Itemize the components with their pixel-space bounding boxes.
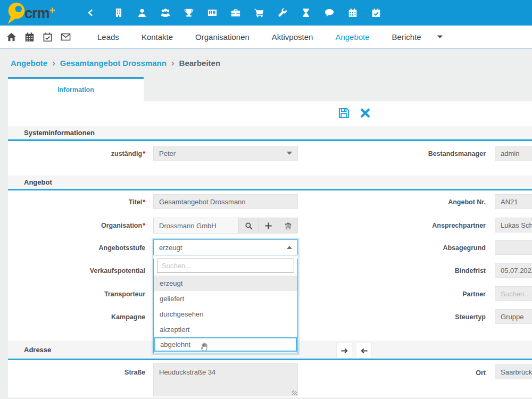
organisation-label: Organisation*	[8, 218, 145, 229]
steuertyp-input[interactable]	[495, 309, 532, 324]
menubar: Leads Kontakte Organisationen Aktivposte…	[0, 26, 532, 49]
partner-input[interactable]	[495, 286, 532, 301]
hand-cursor-icon	[200, 342, 209, 352]
ort-input[interactable]	[495, 364, 532, 379]
bindefrist-label: Bindefrist	[348, 263, 486, 275]
ansprechpartner-input[interactable]	[495, 218, 532, 232]
home-icon[interactable]	[2, 32, 20, 42]
hourglass-icon[interactable]	[294, 8, 318, 18]
user-icon[interactable]	[130, 8, 154, 18]
breadcrumb-record[interactable]: Gesamtangebot Drossmann	[60, 59, 167, 68]
wrench-icon[interactable]	[271, 8, 294, 18]
section-angebot: Angebot	[8, 176, 532, 190]
delete-button[interactable]	[278, 218, 297, 233]
zustaendig-label: zuständig*	[8, 146, 145, 157]
option-akzeptiert[interactable]: akzeptiert	[154, 322, 297, 337]
envelope-icon[interactable]	[56, 32, 74, 42]
app-logo[interactable]: crm +	[5, 1, 55, 24]
breadcrumb: Angebote › Gesamtangebot Drossmann › Bea…	[0, 49, 532, 77]
topbar: crm +	[0, 0, 532, 26]
bestandsmanager-label: Bestandsmanager	[348, 146, 486, 157]
calendar-icon[interactable]	[20, 32, 38, 42]
close-x-icon	[360, 108, 370, 118]
strasse-label: Straße	[8, 364, 145, 376]
dropdown-search-input[interactable]	[157, 259, 294, 273]
cancel-button[interactable]	[360, 108, 370, 118]
menubar-items: Leads Kontakte Organisationen Aktivposte…	[86, 32, 433, 41]
copy-address-right-button[interactable]	[336, 343, 352, 359]
absagegrund-input[interactable]	[495, 240, 532, 255]
search-button[interactable]	[238, 218, 258, 233]
trophy-icon[interactable]	[177, 8, 201, 18]
option-label: abgelehnt	[160, 340, 190, 348]
option-durchgesehen[interactable]: durchgesehen	[154, 306, 297, 322]
option-abgelehnt[interactable]: abgelehnt	[154, 337, 297, 352]
copy-address-left-button[interactable]	[356, 343, 372, 359]
calendar-icon[interactable]	[341, 8, 364, 18]
arrow-left-icon	[360, 347, 368, 355]
dropdown-panel: erzeugt geliefert durchgesehen akzeptier…	[153, 259, 298, 353]
tab-information[interactable]: Information	[8, 77, 144, 101]
menu-item-aktivposten[interactable]: Aktivposten	[261, 32, 325, 41]
tab-label: Information	[57, 86, 94, 94]
menu-item-organisationen[interactable]: Organisationen	[184, 32, 261, 41]
arrow-right-icon	[340, 347, 348, 355]
calendar-check-icon[interactable]	[364, 8, 388, 18]
angebot-nr-input[interactable]	[495, 194, 532, 209]
angebotsstufe-select[interactable]: erzeugt	[153, 239, 298, 255]
floppy-disk-icon	[338, 107, 350, 119]
transporteur-label: Transporteur	[8, 286, 145, 298]
topbar-module-icons	[107, 8, 388, 18]
angebotsstufe-value: erzeugt	[159, 244, 182, 252]
section-title: Angebot	[24, 178, 52, 186]
titel-label: Titel*	[8, 194, 145, 206]
zustaendig-select[interactable]: Peter	[153, 146, 298, 161]
verkaufspotential-label: Verkaufspotential	[8, 263, 145, 275]
breadcrumb-separator: ›	[167, 58, 179, 69]
caret-down-icon[interactable]	[437, 35, 443, 39]
option-geliefert[interactable]: geliefert	[154, 291, 297, 306]
menu-item-angebote[interactable]: Angebote	[324, 32, 380, 41]
logo-text: crm	[24, 5, 49, 22]
building-icon[interactable]	[107, 8, 130, 18]
edit-form: Systeminformationen zuständig* Peter Bes…	[8, 101, 532, 397]
menu-item-berichte[interactable]: Berichte	[381, 32, 433, 41]
section-title: Systeminformationen	[24, 129, 95, 137]
comment-icon[interactable]	[318, 8, 341, 18]
zustaendig-value: Peter	[159, 149, 176, 157]
save-button[interactable]	[338, 107, 350, 119]
ansprechpartner-label: Ansprechpartner	[348, 218, 486, 229]
angebotsstufe-dropdown: erzeugt erzeugt geliefert durchgesehen a…	[153, 239, 298, 353]
id-card-icon[interactable]	[201, 8, 224, 18]
organisation-value[interactable]: Drossmann GmbH	[154, 218, 238, 233]
briefcase-icon[interactable]	[224, 8, 247, 18]
magnifier-icon	[245, 222, 253, 230]
menu-item-leads[interactable]: Leads	[86, 32, 130, 41]
chevron-left-icon[interactable]	[87, 9, 93, 16]
calendar-check-icon[interactable]	[38, 32, 56, 42]
bindefrist-input[interactable]	[495, 263, 532, 278]
breadcrumb-current: Bearbeiten	[179, 59, 221, 68]
partner-label: Partner	[348, 286, 486, 298]
trash-icon	[284, 222, 292, 230]
option-erzeugt[interactable]: erzeugt	[154, 276, 297, 291]
menu-item-kontakte[interactable]: Kontakte	[130, 32, 184, 41]
breadcrumb-separator: ›	[47, 58, 60, 69]
bestandsmanager-input[interactable]	[495, 146, 532, 161]
breadcrumb-angebote[interactable]: Angebote	[11, 59, 47, 68]
shopping-cart-icon[interactable]	[247, 8, 271, 18]
add-button[interactable]	[258, 218, 278, 233]
angebot-nr-label: Angebot Nr.	[348, 194, 486, 206]
logo-plus: +	[49, 4, 55, 16]
strasse-textarea[interactable]: Heuduckstraße 34	[153, 363, 298, 396]
caret-down-icon	[287, 152, 292, 155]
caret-up-icon	[287, 246, 292, 249]
titel-input[interactable]	[153, 194, 298, 209]
steuertyp-label: Steuertyp	[348, 309, 486, 321]
plus-icon	[264, 222, 272, 230]
users-icon[interactable]	[154, 8, 177, 18]
crm-app: crm +	[0, 0, 532, 399]
organisation-input-group: Drossmann GmbH	[153, 218, 298, 234]
absagegrund-label: Absagegrund	[348, 240, 486, 252]
strasse-field-wrap: Heuduckstraße 34	[153, 363, 298, 396]
